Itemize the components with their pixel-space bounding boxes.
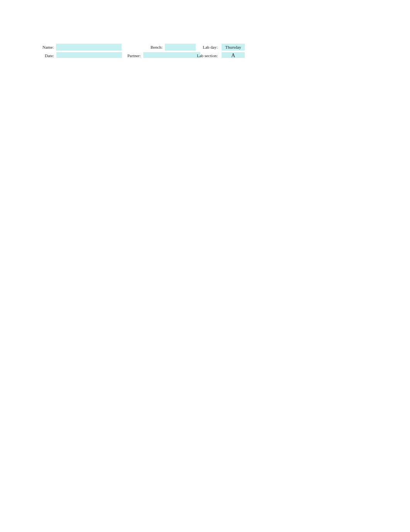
labday-value: Thursday [222, 44, 245, 51]
date-label: Date: [45, 53, 54, 58]
name-label: Name: [42, 45, 54, 49]
partner-label: Partner: [127, 53, 141, 58]
date-field[interactable] [56, 52, 122, 58]
labsection-value: A [222, 52, 245, 58]
labday-label: Lab day: [193, 45, 218, 49]
labsection-label: Lab section: [193, 53, 218, 58]
bench-field[interactable] [165, 44, 196, 51]
name-field[interactable] [56, 44, 122, 51]
bench-label: Bench: [151, 45, 163, 49]
partner-field[interactable] [143, 52, 200, 58]
